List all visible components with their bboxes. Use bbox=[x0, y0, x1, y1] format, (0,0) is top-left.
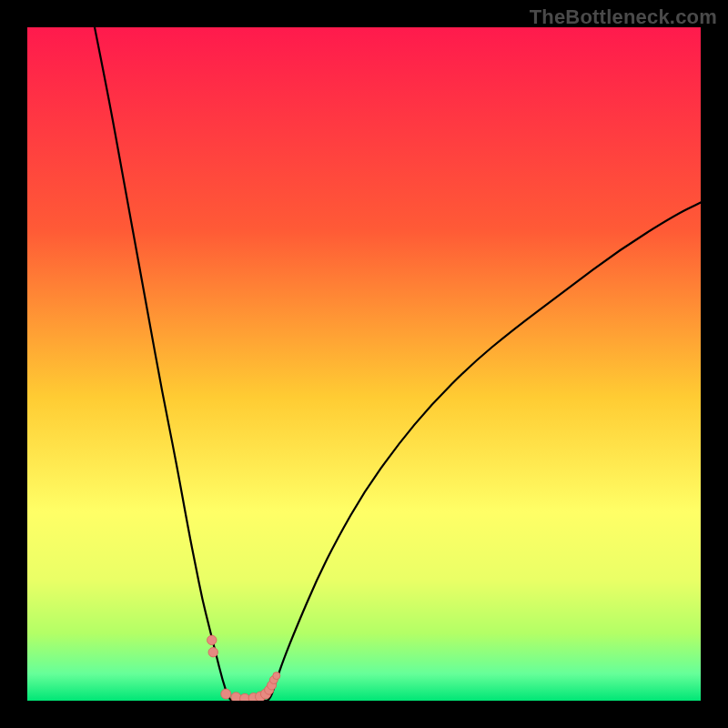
plot-area bbox=[27, 27, 701, 701]
gradient-background bbox=[27, 27, 701, 701]
watermark-text: TheBottleneck.com bbox=[530, 5, 717, 29]
marker-point bbox=[208, 648, 217, 657]
chart-svg bbox=[27, 27, 701, 701]
chart-frame: TheBottleneck.com bbox=[0, 0, 728, 728]
marker-point bbox=[221, 689, 231, 699]
marker-point bbox=[207, 635, 217, 644]
marker-point bbox=[273, 672, 280, 680]
